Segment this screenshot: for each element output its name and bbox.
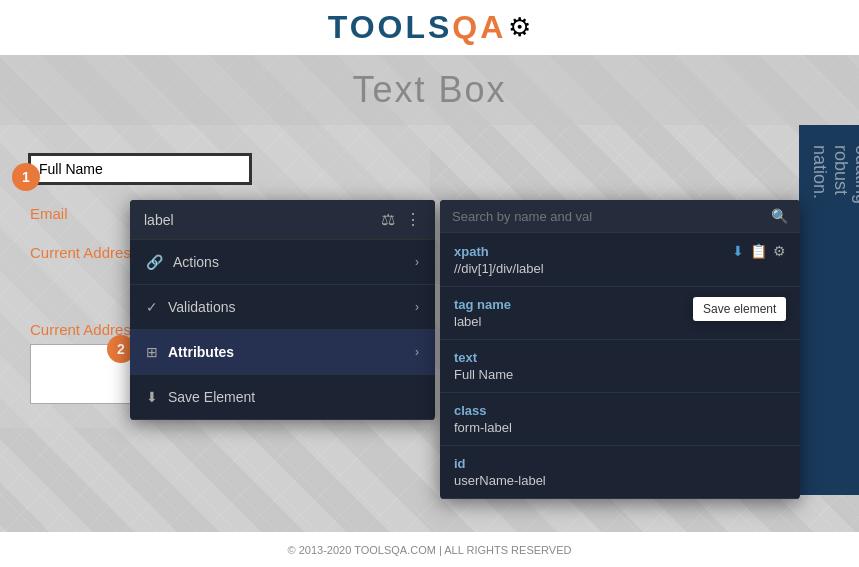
- context-menu: label ⚖ ⋮ 🔗 Actions › ✓ Validations › ⊞ …: [130, 200, 435, 420]
- prop-text-name: text: [454, 350, 477, 365]
- prop-id-header: id: [454, 456, 786, 471]
- context-menu-header: label ⚖ ⋮: [130, 200, 435, 240]
- validations-arrow: ›: [415, 300, 419, 314]
- menu-item-validations[interactable]: ✓ Validations ›: [130, 285, 435, 330]
- prop-class: class form-label: [440, 393, 800, 446]
- prop-tagname-name: tag name: [454, 297, 511, 312]
- context-menu-header-title: label: [144, 212, 174, 228]
- save-menu-icon: ⬇: [146, 389, 158, 405]
- prop-settings-icon[interactable]: ⚙: [773, 243, 786, 259]
- prop-class-name: class: [454, 403, 487, 418]
- fullname-input[interactable]: [30, 155, 250, 183]
- prop-xpath-name: xpath: [454, 244, 489, 259]
- right-sidebar-bg: eflectodatingrobustnation.: [799, 125, 859, 495]
- menu-item-actions-left: 🔗 Actions: [146, 254, 219, 270]
- prop-xpath-icons: ⬇ 📋 ⚙: [732, 243, 786, 259]
- footer: © 2013-2020 TOOLSQA.COM | ALL RIGHTS RES…: [0, 532, 859, 567]
- actions-icon: 🔗: [146, 254, 163, 270]
- menu-item-actions-label: Actions: [173, 254, 219, 270]
- prop-download-icon[interactable]: ⬇: [732, 243, 744, 259]
- page-title: Text Box: [352, 69, 506, 111]
- menu-item-attributes-left: ⊞ Attributes: [146, 344, 234, 360]
- logo: TOOLS QA ⚙: [328, 9, 532, 46]
- logo-tools: TOOLS: [328, 9, 453, 46]
- save-element-tooltip: Save element: [693, 297, 786, 321]
- prop-text: text Full Name: [440, 340, 800, 393]
- menu-item-save[interactable]: ⬇ Save Element: [130, 375, 435, 420]
- validations-icon: ✓: [146, 299, 158, 315]
- step-badge-1: 1: [12, 163, 40, 191]
- prop-class-value: form-label: [454, 420, 786, 435]
- more-options-icon[interactable]: ⋮: [405, 210, 421, 229]
- header-icons: ⚖ ⋮: [381, 210, 421, 229]
- menu-item-attributes-label: Attributes: [168, 344, 234, 360]
- right-sidebar-text: eflectodatingrobustnation.: [799, 125, 859, 224]
- properties-panel: 🔍 xpath ⬇ 📋 ⚙ //div[1]/div/label tag nam…: [440, 200, 800, 499]
- menu-item-save-left: ⬇ Save Element: [146, 389, 255, 405]
- fullname-row: [30, 155, 400, 183]
- prop-id-value: userName-label: [454, 473, 786, 488]
- menu-item-save-label: Save Element: [168, 389, 255, 405]
- prop-xpath-header: xpath ⬇ 📋 ⚙: [454, 243, 786, 259]
- prop-xpath-value: //div[1]/div/label: [454, 261, 786, 276]
- prop-clipboard-icon[interactable]: 📋: [750, 243, 767, 259]
- props-search-bar: 🔍: [440, 200, 800, 233]
- prop-xpath: xpath ⬇ 📋 ⚙ //div[1]/div/label: [440, 233, 800, 287]
- menu-item-validations-label: Validations: [168, 299, 235, 315]
- header: TOOLS QA ⚙: [0, 0, 859, 55]
- logo-qa: QA: [452, 9, 506, 46]
- scale-icon[interactable]: ⚖: [381, 210, 395, 229]
- gear-icon: ⚙: [508, 12, 531, 43]
- prop-class-header: class: [454, 403, 786, 418]
- page-title-area: Text Box: [0, 55, 859, 125]
- menu-item-validations-left: ✓ Validations: [146, 299, 235, 315]
- attributes-arrow: ›: [415, 345, 419, 359]
- prop-id-name: id: [454, 456, 466, 471]
- attributes-icon: ⊞: [146, 344, 158, 360]
- menu-item-attributes[interactable]: ⊞ Attributes ›: [130, 330, 435, 375]
- actions-arrow: ›: [415, 255, 419, 269]
- menu-item-actions[interactable]: 🔗 Actions ›: [130, 240, 435, 285]
- props-search-icon[interactable]: 🔍: [771, 208, 788, 224]
- props-search-input[interactable]: [452, 209, 771, 224]
- footer-text: © 2013-2020 TOOLSQA.COM | ALL RIGHTS RES…: [288, 544, 572, 556]
- prop-text-value: Full Name: [454, 367, 786, 382]
- prop-text-header: text: [454, 350, 786, 365]
- prop-id: id userName-label: [440, 446, 800, 499]
